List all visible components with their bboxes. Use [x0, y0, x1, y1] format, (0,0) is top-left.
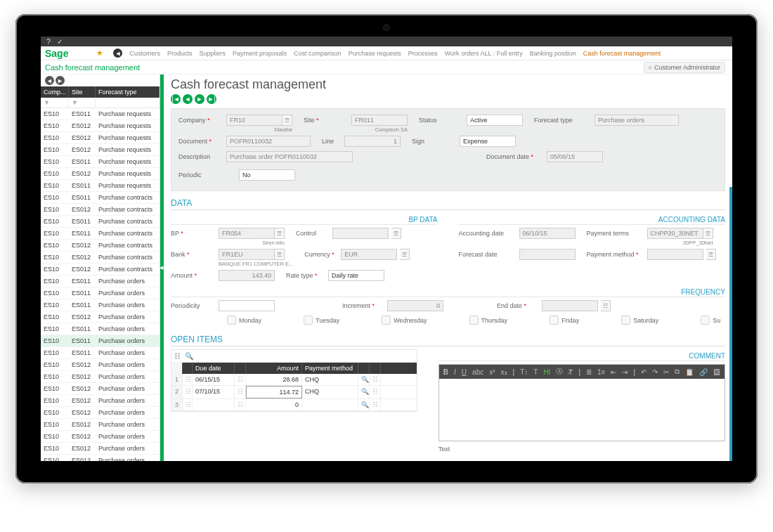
navigator-row[interactable]: ES10ES012Purchase orders — [41, 371, 160, 383]
navigator-row[interactable]: ES10ES012Purchase contracts — [41, 240, 160, 252]
weekday-checkbox[interactable]: Friday — [550, 316, 579, 325]
undo-icon[interactable]: ↶ — [641, 368, 647, 376]
navigator-row[interactable]: ES10ES012Purchase orders — [41, 311, 160, 323]
weekday-checkbox[interactable]: Saturday — [621, 316, 658, 325]
user-badge[interactable]: Customer Administrator — [644, 62, 725, 73]
lookup-icon[interactable]: ☰ — [275, 249, 285, 260]
bold-icon[interactable]: B — [443, 368, 448, 376]
rich-text-editor[interactable]: B I U abc x² x₂ | T↕ T HI Ⓐ — [439, 364, 725, 441]
periodicity-input[interactable] — [219, 300, 275, 311]
open-item-row[interactable]: 3☷☷0🔍☷ — [171, 399, 417, 411]
periodic-input[interactable] — [239, 169, 295, 181]
strike-icon[interactable]: abc — [472, 368, 483, 376]
open-item-row[interactable]: 2☷07/10/15☷114.72CHQ🔍☷ — [171, 386, 417, 399]
underline-icon[interactable]: U — [462, 368, 467, 376]
navigator-row[interactable]: ES10ES012Purchase requests — [41, 120, 160, 132]
lookup-icon[interactable]: ☰ — [400, 249, 410, 260]
menu-item[interactable]: Banking position — [530, 50, 576, 57]
navigator-row[interactable]: ES10ES012Purchase requests — [41, 132, 160, 144]
numlist-icon[interactable]: 1≡ — [597, 368, 605, 376]
navigator-row[interactable]: ES10ES012Purchase orders — [41, 443, 160, 455]
navigator-row[interactable]: ES10ES012Purchase orders — [41, 395, 160, 407]
clear-icon[interactable]: T̸ — [569, 368, 573, 376]
navigator-row[interactable]: ES10ES012Purchase orders — [41, 359, 160, 371]
outdent-icon[interactable]: ⇤ — [611, 368, 616, 376]
weekday-checkbox[interactable]: Monday — [227, 316, 261, 325]
navigator-row[interactable]: ES10ES011Purchase requests — [41, 180, 160, 192]
menu-item[interactable]: Work orders ALL : Full entry — [445, 50, 523, 57]
menu-item[interactable]: Payment proposals — [233, 50, 287, 57]
site-input[interactable] — [351, 115, 408, 126]
nav-next-icon[interactable]: ► — [56, 76, 65, 85]
navigator-row[interactable]: ES10ES012Purchase orders — [41, 407, 160, 419]
navigator-row[interactable]: ES10ES011Purchase orders — [41, 323, 160, 335]
navigator-row[interactable]: ES10ES012Purchase orders — [41, 419, 160, 431]
filter-icon[interactable]: ▼ — [69, 98, 96, 108]
status-input[interactable] — [467, 115, 523, 126]
menu-item[interactable]: Cost comparison — [294, 50, 342, 57]
help-icon[interactable]: ? — [45, 38, 52, 45]
menu-item[interactable]: Purchase requests — [349, 50, 401, 57]
sub-icon[interactable]: x₂ — [501, 368, 507, 376]
search-icon[interactable]: 🔍 — [185, 352, 193, 360]
favorite-icon[interactable]: ★ — [96, 48, 103, 58]
menu-item[interactable]: Cash forecast management — [583, 50, 661, 57]
first-record-icon[interactable]: |◄ — [171, 94, 181, 104]
lookup-icon[interactable]: ☰ — [703, 228, 713, 239]
navigator-row[interactable]: ES10ES012Purchase contracts — [41, 204, 160, 216]
sign-input[interactable] — [460, 136, 516, 147]
navigator-row[interactable]: ES10ES011Purchase contracts — [41, 216, 160, 228]
font-icon[interactable]: T↕ — [520, 368, 528, 376]
lookup-icon[interactable]: ☰ — [275, 228, 285, 239]
cut-icon[interactable]: ✂ — [663, 368, 669, 376]
highlight-icon[interactable]: HI — [543, 368, 550, 376]
navigator-body[interactable]: ES10ES011Purchase requestsES10ES012Purch… — [41, 108, 160, 461]
navigator-row[interactable]: ES10ES012Purchase requests — [41, 144, 160, 156]
nav-back-icon[interactable]: ◄ — [113, 48, 122, 58]
redo-icon[interactable]: ↷ — [652, 368, 658, 376]
navigator-row[interactable]: ES10ES011Purchase orders — [41, 287, 160, 299]
menu-item[interactable]: Customers — [129, 50, 160, 57]
grid-settings-icon[interactable]: ☷ — [174, 352, 181, 360]
super-icon[interactable]: x² — [489, 368, 495, 376]
paste-icon[interactable]: 📋 — [685, 368, 694, 376]
size-icon[interactable]: T — [533, 368, 538, 376]
color-icon[interactable]: Ⓐ — [556, 367, 563, 377]
menu-item[interactable]: Products — [167, 50, 193, 57]
menu-item[interactable]: Suppliers — [200, 50, 226, 57]
nav-prev-icon[interactable]: ◄ — [45, 76, 54, 85]
italic-icon[interactable]: I — [454, 368, 456, 376]
list-icon[interactable]: ≣ — [586, 368, 592, 376]
navigator-row[interactable]: ES10ES011Purchase requests — [41, 108, 160, 120]
image-icon[interactable]: 🖼 — [713, 368, 720, 376]
check-icon[interactable]: ✓ — [56, 38, 63, 45]
filter-icon[interactable]: ▼ — [41, 98, 69, 108]
navigator-row[interactable]: ES10ES011Purchase orders — [41, 299, 160, 311]
lookup-icon[interactable]: ☰ — [391, 228, 401, 239]
navigator-row[interactable]: ES10ES012Purchase orders — [41, 431, 160, 443]
navigator-row[interactable]: ES10ES012Purchase orders — [41, 455, 160, 461]
lookup-icon[interactable]: ☰ — [282, 115, 292, 126]
menu-item[interactable]: Processes — [408, 50, 438, 57]
copy-icon[interactable]: ⧉ — [675, 368, 680, 376]
next-record-icon[interactable]: ► — [195, 94, 204, 104]
navigator-row[interactable]: ES10ES012Purchase orders — [41, 383, 160, 395]
bp-input[interactable] — [219, 228, 275, 239]
weekday-checkbox[interactable]: Su — [701, 316, 720, 325]
weekday-checkbox[interactable]: Thursday — [469, 316, 508, 325]
navigator-row[interactable]: ES10ES012Purchase contracts — [41, 264, 160, 275]
navigator-row[interactable]: ES10ES011Purchase orders — [41, 275, 160, 287]
weekday-checkbox[interactable]: Tuesday — [304, 316, 339, 325]
lookup-icon[interactable]: ☰ — [706, 249, 716, 260]
navigator-row[interactable]: ES10ES011Purchase orders — [41, 347, 160, 359]
indent-icon[interactable]: ⇥ — [622, 368, 628, 376]
last-record-icon[interactable]: ►| — [207, 94, 216, 104]
prev-record-icon[interactable]: ◄ — [183, 94, 193, 104]
navigator-row[interactable]: ES10ES011Purchase contracts — [41, 192, 160, 204]
right-collapse-handle[interactable] — [729, 187, 732, 461]
weekday-checkbox[interactable]: Wednesday — [382, 316, 427, 325]
navigator-row[interactable]: ES10ES011Purchase orders — [41, 335, 160, 347]
bank-input[interactable] — [219, 249, 275, 260]
link-icon[interactable]: 🔗 — [699, 368, 708, 376]
navigator-row[interactable]: ES10ES012Purchase contracts — [41, 252, 160, 264]
